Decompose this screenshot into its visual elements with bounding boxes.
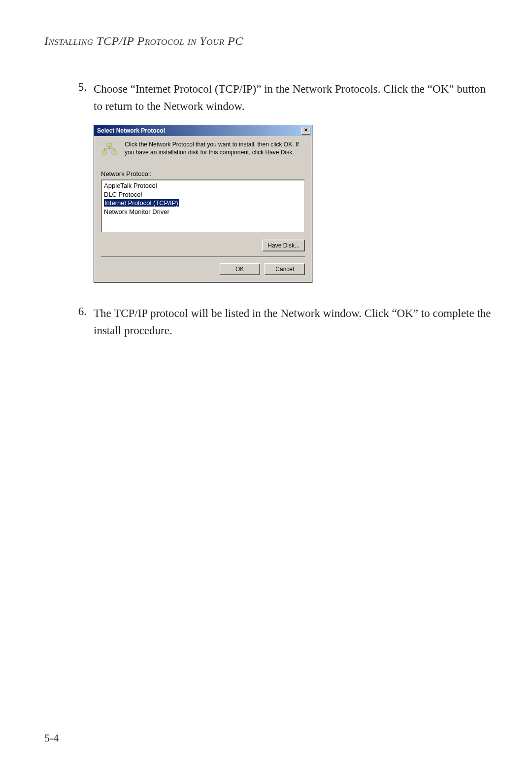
protocol-listbox[interactable]: AppleTalk Protocol DLC Protocol Internet… <box>101 179 305 233</box>
step-5: 5. Choose “Internet Protocol (TCP/IP)” i… <box>74 81 493 115</box>
dialog-body: Click the Network Protocol that you want… <box>94 136 312 282</box>
header-divider <box>44 51 493 51</box>
step-text: The TCP/IP protocol will be listed in th… <box>94 305 493 339</box>
dialog-titlebar: Select Network Protocol ✕ <box>94 125 312 136</box>
cancel-button[interactable]: Cancel <box>265 263 305 275</box>
protocol-icon <box>101 142 118 156</box>
svg-rect-2 <box>112 151 117 154</box>
list-item[interactable]: Network Monitor Driver <box>104 208 302 216</box>
svg-rect-1 <box>102 151 107 154</box>
step-number: 6. <box>74 305 94 339</box>
list-item[interactable]: AppleTalk Protocol <box>104 181 302 190</box>
step-number: 5. <box>74 81 94 115</box>
page-number: 5-4 <box>44 732 59 744</box>
list-label: Network Protocol: <box>101 170 305 177</box>
dialog-screenshot: Select Network Protocol ✕ Click the Netw… <box>94 125 493 282</box>
dialog-instruction: Click the Network Protocol that you want… <box>125 141 305 156</box>
content-area: 5. Choose “Internet Protocol (TCP/IP)” i… <box>74 81 493 339</box>
select-network-protocol-dialog: Select Network Protocol ✕ Click the Netw… <box>94 125 312 282</box>
close-button[interactable]: ✕ <box>301 127 310 135</box>
ok-button[interactable]: OK <box>220 263 260 275</box>
have-disk-button[interactable]: Have Disk... <box>262 240 305 251</box>
svg-rect-0 <box>107 143 112 146</box>
dialog-title: Select Network Protocol <box>97 127 165 134</box>
list-item-selected[interactable]: Internet Protocol (TCP/IP) <box>104 199 302 208</box>
step-text: Choose “Internet Protocol (TCP/IP)” in t… <box>94 81 493 115</box>
list-item[interactable]: DLC Protocol <box>104 190 302 199</box>
step-6: 6. The TCP/IP protocol will be listed in… <box>74 305 493 339</box>
page-section-title: Installing TCP/IP Protocol in Your PC <box>44 35 493 48</box>
separator <box>101 256 305 257</box>
